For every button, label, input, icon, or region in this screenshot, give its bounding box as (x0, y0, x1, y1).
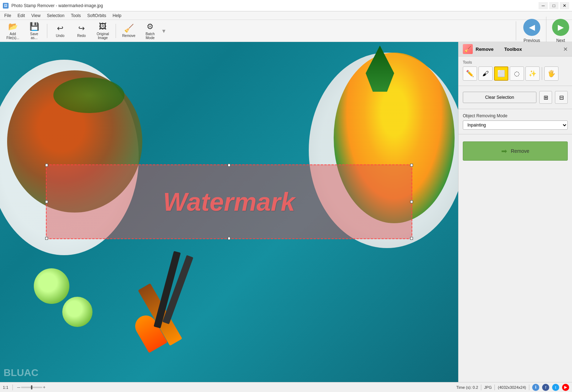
toolbar: 📂 AddFile(s)... 💾 Saveas... ↩ Undo ↪ Red… (0, 20, 572, 42)
info-icon[interactable]: ℹ (532, 384, 539, 391)
handle-bottom-mid[interactable] (228, 237, 231, 240)
magic-wand-tool-button[interactable]: ✨ (525, 66, 540, 81)
add-files-button[interactable]: 📂 AddFile(s)... (3, 21, 23, 41)
expand-selection-button[interactable]: ⊞ (539, 91, 552, 104)
main-area: Watermark BLUAC 🧹 Remove Toolbox ✕ Tools… (0, 42, 572, 382)
status-divider-2 (481, 385, 481, 390)
image-area[interactable]: Watermark BLUAC (0, 42, 458, 382)
toolbar-separator-1 (47, 24, 47, 38)
nav-divider (546, 17, 546, 45)
twitter-icon[interactable]: t (552, 384, 559, 391)
watermark-selection[interactable]: Watermark (46, 165, 412, 240)
remove-button-icon: ➡ (501, 147, 507, 155)
add-files-icon: 📂 (8, 22, 18, 31)
remove-button[interactable]: ➡ Remove (463, 141, 568, 161)
mode-label: Object Removing Mode (463, 113, 568, 118)
tools-label: Tools (463, 60, 568, 64)
toolbar-separator-2 (116, 24, 116, 38)
zoom-segment: 1:1 (3, 385, 8, 390)
menu-softorbits[interactable]: SoftOrbits (84, 12, 109, 19)
clear-selection-button[interactable]: Clear Selection (463, 92, 536, 103)
watermark-text: Watermark (163, 187, 295, 216)
brush-tool-button[interactable]: 🖌 (478, 66, 493, 81)
zoom-slider-thumb[interactable] (31, 385, 32, 390)
lasso-tool-button[interactable]: ◌ (510, 66, 524, 81)
zoom-control: ─ + (17, 385, 46, 390)
toolbox-section-title: Remove (476, 47, 494, 52)
status-divider-4 (529, 385, 529, 390)
clear-section: Clear Selection ⊞ ⊟ (459, 87, 572, 107)
title-bar: 🖼 Photo Stamp Remover - watermarked-imag… (0, 0, 572, 11)
menu-edit[interactable]: Edit (15, 12, 28, 19)
toolbox-header: 🧹 Remove Toolbox ✕ (459, 42, 572, 57)
time-label: Time (s): 0.2 (456, 385, 478, 390)
format-label: JPG (484, 385, 492, 390)
handle-mid-right[interactable] (410, 200, 413, 203)
toolbox-divider-1 (459, 86, 572, 86)
dimensions-label: (4032x3024x24) (498, 385, 526, 390)
toolbox-close-button[interactable]: ✕ (563, 46, 568, 53)
remove-section: ➡ Remove (459, 136, 572, 166)
menu-view[interactable]: View (28, 12, 43, 19)
rect-select-tool-button[interactable]: ⬜ (494, 66, 508, 81)
facebook-icon[interactable]: f (542, 384, 549, 391)
handle-top-left[interactable] (45, 164, 48, 167)
tools-grid: ✏️ 🖌 ⬜ ◌ ✨ 🖐 (463, 66, 568, 81)
maximize-button[interactable]: □ (549, 2, 558, 9)
minimize-button[interactable]: ─ (539, 2, 548, 9)
save-as-button[interactable]: 💾 Saveas... (24, 21, 44, 41)
stamp-tool-button[interactable]: 🖐 (544, 66, 558, 81)
original-image-icon: 🖼 (99, 22, 107, 31)
status-divider-3 (494, 385, 495, 390)
remove-button-toolbar[interactable]: 🧹 Remove (119, 21, 139, 41)
menu-tools[interactable]: Tools (68, 12, 84, 19)
menu-selection[interactable]: Selection (44, 12, 67, 19)
toolbox-divider-3 (459, 134, 572, 134)
pencil-tool-button[interactable]: ✏️ (463, 66, 477, 81)
zoom-slider-track[interactable] (21, 387, 42, 388)
previous-button[interactable]: ◀ Previous (523, 19, 540, 43)
menu-file[interactable]: File (1, 12, 14, 19)
redo-button[interactable]: ↪ Redo (72, 21, 91, 41)
undo-icon: ↩ (57, 24, 63, 33)
food-background: Watermark BLUAC (0, 42, 458, 382)
lime-1 (34, 268, 69, 304)
toolbox-divider-2 (459, 109, 572, 109)
toolbox-title: Toolbox (504, 47, 522, 52)
next-circle: ▶ (552, 19, 569, 36)
batch-mode-icon: ⚙ (147, 22, 154, 31)
handle-top-right[interactable] (410, 164, 413, 167)
tools-separator (542, 67, 542, 80)
mode-select[interactable]: Inpainting Smart Fill Texture (463, 120, 568, 130)
nav-area: ◀ Previous ▶ Next (516, 21, 569, 41)
original-image-button[interactable]: 🖼 OriginalImage (93, 21, 113, 41)
youtube-icon[interactable]: ▶ (562, 384, 569, 391)
status-right: Time (s): 0.2 JPG (4032x3024x24) ℹ f t ▶ (456, 384, 569, 391)
close-button[interactable]: ✕ (560, 2, 569, 9)
next-button[interactable]: ▶ Next (552, 19, 569, 43)
status-divider-1 (12, 385, 13, 390)
lime-2 (62, 297, 92, 327)
handle-bottom-left[interactable] (45, 237, 48, 240)
zoom-out-button[interactable]: ─ (17, 385, 20, 390)
app-icon: 🖼 (3, 3, 9, 9)
menu-bar: File Edit View Selection Tools SoftOrbit… (0, 11, 572, 20)
remove-button-label: Remove (511, 148, 529, 154)
tools-section: Tools ✏️ 🖌 ⬜ ◌ ✨ 🖐 (459, 57, 572, 84)
handle-mid-left[interactable] (45, 200, 48, 203)
undo-button[interactable]: ↩ Undo (50, 21, 70, 41)
handle-bottom-right[interactable] (410, 237, 413, 240)
toolbox-panel: 🧹 Remove Toolbox ✕ Tools ✏️ 🖌 ⬜ ◌ ✨ 🖐 Cl… (458, 42, 572, 382)
toolbox-header-left: 🧹 Remove (463, 44, 494, 54)
batch-mode-button[interactable]: ⚙ BatchMode (140, 21, 160, 41)
shrink-selection-button[interactable]: ⊟ (555, 91, 568, 104)
save-icon: 💾 (30, 22, 39, 31)
zoom-in-button[interactable]: + (43, 385, 46, 390)
title-bar-controls: ─ □ ✕ (539, 2, 569, 9)
status-bar: 1:1 ─ + Time (s): 0.2 JPG (4032x3024x24)… (0, 382, 572, 392)
menu-help[interactable]: Help (110, 12, 125, 19)
handle-top-mid[interactable] (228, 164, 231, 167)
herbs (53, 77, 125, 113)
previous-circle: ◀ (523, 19, 540, 36)
more-options-icon: ▾ (162, 27, 165, 35)
